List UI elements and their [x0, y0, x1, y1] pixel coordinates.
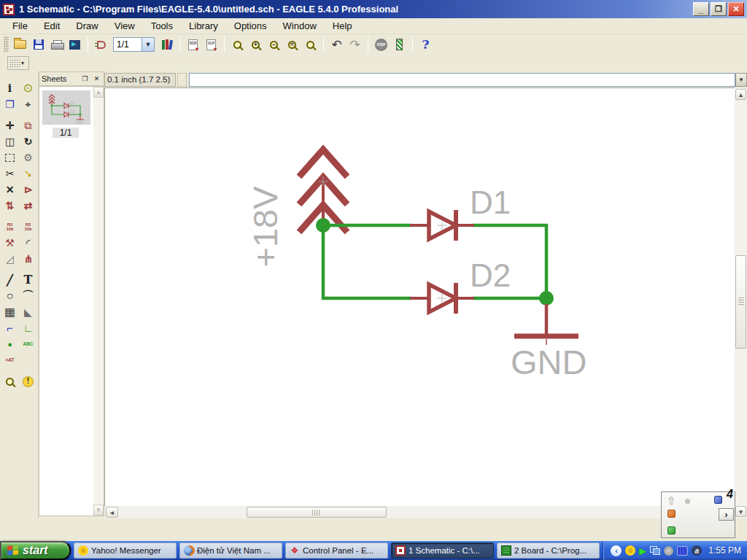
library-button[interactable]	[158, 36, 176, 53]
junction-dot[interactable]	[316, 218, 330, 233]
tool-change[interactable]: ⚙	[20, 149, 37, 166]
menu-file[interactable]: File	[4, 19, 36, 33]
tool-cut[interactable]: ✂	[1, 166, 19, 182]
vertical-scrollbar[interactable]: ▴ ▾	[735, 88, 747, 518]
sheet-selector-value[interactable]: 1/1	[113, 37, 142, 52]
tray-keyboard-icon[interactable]	[677, 546, 688, 556]
task-firefox[interactable]: Điện tử Việt Nam ...	[179, 542, 282, 559]
menu-tools[interactable]: Tools	[143, 19, 181, 33]
tool-info[interactable]: i	[1, 80, 19, 96]
vertical-scroll-thumb[interactable]	[735, 255, 746, 349]
sheet-selector-arrow[interactable]: ▼	[142, 37, 155, 52]
tool-text[interactable]: T	[20, 272, 37, 288]
close-button[interactable]: ✕	[728, 2, 744, 16]
task-board[interactable]: 2 Board - C:\Prog...	[497, 542, 600, 559]
sheets-scrollbar[interactable]: ▲ ▼	[93, 87, 104, 516]
horizontal-scrollbar[interactable]: ◂	[104, 506, 735, 518]
zoom-redraw-button[interactable]	[301, 36, 320, 53]
menu-draw[interactable]: Draw	[68, 19, 106, 33]
popup-next-button[interactable]: ›	[719, 508, 734, 521]
command-bar-splitter[interactable]	[177, 73, 187, 87]
redo-button[interactable]: ↷	[346, 36, 364, 53]
scroll-up-button[interactable]: ▴	[735, 89, 746, 100]
menu-options[interactable]: Options	[226, 19, 275, 33]
tool-label[interactable]: ABC	[20, 336, 37, 352]
junction-dot[interactable]	[539, 291, 554, 306]
tray-collapse-chevron[interactable]: ‹	[611, 545, 622, 556]
help-button[interactable]: ?	[417, 36, 435, 53]
undo-button[interactable]: ↶	[328, 36, 346, 53]
tool-delete[interactable]: ✕	[1, 182, 19, 198]
task-control-panel[interactable]: ❖ Control Panel - E...	[285, 542, 388, 559]
horizontal-scroll-thumb[interactable]	[247, 507, 387, 518]
minimize-button[interactable]: _	[693, 2, 709, 16]
tool-miter[interactable]: ◜	[20, 235, 37, 251]
tool-arc[interactable]: ⌒	[20, 288, 37, 304]
sheets-float-button[interactable]: ❐	[80, 74, 90, 84]
sheets-scroll-down[interactable]: ▼	[93, 505, 104, 516]
save-button[interactable]	[29, 36, 47, 53]
tool-attribute[interactable]: >AT	[1, 352, 19, 368]
stop-button[interactable]: STOP	[372, 36, 390, 53]
tool-net[interactable]: ∟	[20, 320, 37, 336]
diode-d1[interactable]	[410, 210, 474, 241]
tool-gateswap[interactable]: ⇄	[20, 198, 37, 214]
zoom-select-button[interactable]: =	[283, 36, 301, 53]
sheets-close-button[interactable]: ✕	[92, 74, 101, 84]
tool-errors[interactable]: !	[20, 373, 37, 389]
tool-rotate[interactable]: ↻	[20, 133, 37, 149]
task-schematic-active[interactable]: 1 Schematic - C:\...	[391, 542, 494, 559]
blue-cube-icon[interactable]	[714, 496, 722, 504]
run-script-button[interactable]: SCR	[184, 36, 202, 53]
tool-wire[interactable]: ╱	[1, 272, 19, 288]
board-toggle-button[interactable]	[92, 36, 110, 53]
tray-yahoo-icon[interactable]: ☺	[625, 545, 635, 556]
tool-pinswap[interactable]: ⇅	[1, 198, 19, 214]
open-button[interactable]	[11, 36, 29, 53]
supply-symbol-18v[interactable]: +18V	[246, 149, 345, 268]
command-history-arrow[interactable]: ▾	[735, 73, 747, 87]
start-button[interactable]: start	[0, 541, 71, 560]
tray-network-icon[interactable]	[650, 546, 660, 555]
sheet-number-label[interactable]: 1/1	[53, 128, 79, 138]
zoom-in-button[interactable]: +	[247, 36, 265, 53]
menu-library[interactable]: Library	[181, 19, 226, 33]
tray-play-icon[interactable]: ▶	[639, 545, 646, 556]
tool-copy[interactable]: ⧉	[20, 117, 37, 133]
tray-a-icon[interactable]: a	[692, 545, 702, 556]
menu-help[interactable]: Help	[325, 19, 360, 33]
tool-add[interactable]: ⊳	[20, 182, 37, 198]
sheets-scroll-up[interactable]: ▲	[93, 87, 104, 98]
tool-mirror[interactable]: ◫	[1, 133, 19, 149]
tool-miter2[interactable]: ◿	[1, 251, 19, 267]
tool-polygon[interactable]: ◣	[20, 304, 37, 320]
sheet-thumbnail[interactable]: D1D2GND	[42, 90, 90, 125]
go-button[interactable]	[390, 36, 409, 53]
tool-group[interactable]	[1, 149, 19, 166]
cam-processor-button[interactable]	[66, 36, 84, 53]
green-cube-icon[interactable]	[667, 526, 676, 534]
tool-paste[interactable]: ➘	[20, 166, 37, 182]
tool-smash[interactable]: ⚒	[1, 235, 19, 251]
run-ulp-button[interactable]: ULP	[202, 36, 220, 53]
menu-view[interactable]: View	[107, 19, 143, 33]
tool-mark[interactable]: ⌖	[20, 96, 37, 112]
schematic-canvas[interactable]: +18V D1 D2	[104, 88, 735, 506]
menu-window[interactable]: Window	[275, 19, 325, 33]
ground-symbol[interactable]	[514, 304, 578, 345]
tray-volume-icon[interactable]	[664, 546, 673, 556]
tool-junction[interactable]: ●	[1, 336, 19, 352]
command-input[interactable]	[189, 73, 735, 87]
tool-erc[interactable]	[1, 373, 19, 389]
diode-d2[interactable]	[410, 283, 474, 314]
restore-button[interactable]: ❐	[711, 2, 727, 16]
tool-circle[interactable]: ○	[1, 288, 19, 304]
menu-edit[interactable]: Edit	[36, 19, 68, 33]
scroll-down-button[interactable]: ▾	[735, 506, 746, 517]
orange-cube-icon[interactable]	[667, 510, 676, 518]
task-yahoo-messenger[interactable]: ☺ Yahoo! Messenger	[74, 542, 177, 559]
tool-bus[interactable]: ⌐	[1, 320, 19, 336]
tool-move[interactable]: ✛	[1, 117, 19, 133]
tool-name[interactable]: R2 10k	[1, 219, 19, 235]
zoom-fit-button[interactable]	[228, 36, 247, 53]
